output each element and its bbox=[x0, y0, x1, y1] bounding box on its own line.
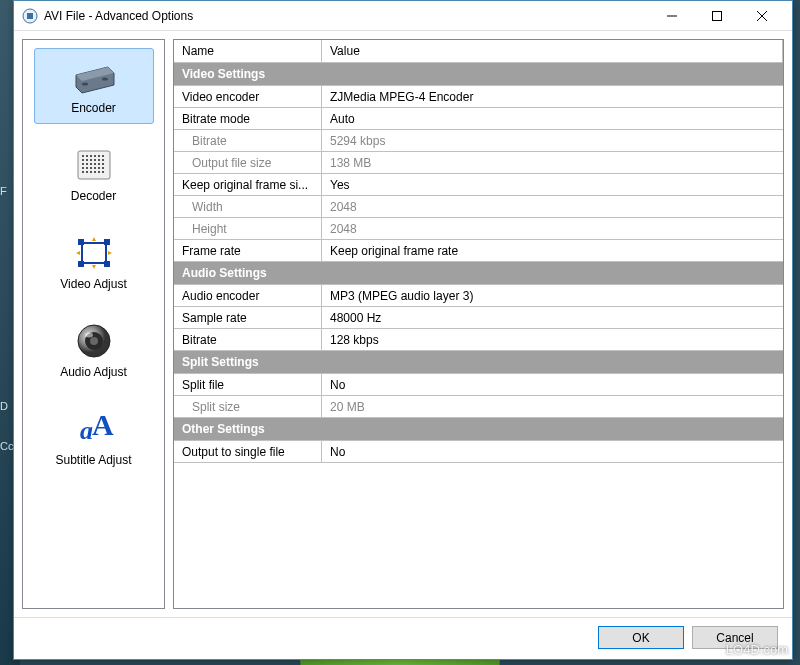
svg-rect-16 bbox=[86, 159, 88, 161]
svg-rect-3 bbox=[712, 11, 721, 20]
grid-row[interactable]: Bitrate128 kbps bbox=[174, 329, 783, 351]
sidebar-item-subtitle-adjust[interactable]: a A Subtitle Adjust bbox=[34, 400, 154, 476]
grid-category-label: Other Settings bbox=[174, 418, 273, 440]
grid-cell-value[interactable]: Yes bbox=[322, 174, 783, 195]
sidebar-label-encoder: Encoder bbox=[71, 101, 116, 115]
grid-row[interactable]: Split fileNo bbox=[174, 374, 783, 396]
svg-rect-22 bbox=[86, 163, 88, 165]
grid-header-value[interactable]: Value bbox=[322, 40, 783, 62]
grid-cell-value[interactable]: 128 kbps bbox=[322, 329, 783, 350]
sidebar-item-encoder[interactable]: Encoder bbox=[34, 48, 154, 124]
dialog-footer: OK Cancel bbox=[14, 617, 792, 659]
grid-category-label: Audio Settings bbox=[174, 262, 275, 284]
grid-row: Width2048 bbox=[174, 196, 783, 218]
grid-row: Output file size138 MB bbox=[174, 152, 783, 174]
grid-cell-name: Frame rate bbox=[174, 240, 322, 261]
close-button[interactable] bbox=[739, 2, 784, 30]
bg-text-cc: Cc bbox=[0, 440, 13, 452]
grid-row[interactable]: Frame rateKeep original frame rate bbox=[174, 240, 783, 262]
grid-header-name[interactable]: Name bbox=[174, 40, 322, 62]
sidebar-label-audio-adjust: Audio Adjust bbox=[60, 365, 127, 379]
decoder-icon bbox=[70, 145, 118, 185]
grid-row[interactable]: Audio encoderMP3 (MPEG audio layer 3) bbox=[174, 285, 783, 307]
bg-text-f: F bbox=[0, 185, 7, 197]
svg-rect-30 bbox=[94, 167, 96, 169]
grid-category: Video Settings bbox=[174, 63, 783, 86]
grid-cell-name: Height bbox=[174, 218, 322, 239]
grid-header: Name Value bbox=[174, 40, 783, 63]
grid-cell-name: Sample rate bbox=[174, 307, 322, 328]
grid-row[interactable]: Bitrate modeAuto bbox=[174, 108, 783, 130]
grid-cell-name: Keep original frame si... bbox=[174, 174, 322, 195]
audio-adjust-icon bbox=[70, 321, 118, 361]
subtitle-adjust-icon: a A bbox=[70, 409, 118, 449]
dialog-window: AVI File - Advanced Options bbox=[13, 0, 793, 660]
grid-cell-name: Bitrate mode bbox=[174, 108, 322, 129]
svg-text:A: A bbox=[92, 409, 114, 441]
encoder-icon bbox=[70, 57, 118, 97]
sidebar-label-decoder: Decoder bbox=[71, 189, 116, 203]
svg-rect-1 bbox=[27, 13, 33, 19]
svg-rect-13 bbox=[98, 155, 100, 157]
grid-cell-value[interactable]: No bbox=[322, 441, 783, 462]
grid-category-label: Video Settings bbox=[174, 63, 273, 85]
sidebar-label-video-adjust: Video Adjust bbox=[60, 277, 127, 291]
grid-cell-name: Output to single file bbox=[174, 441, 322, 462]
svg-rect-9 bbox=[82, 155, 84, 157]
svg-point-46 bbox=[90, 337, 98, 345]
grid-cell-value[interactable]: No bbox=[322, 374, 783, 395]
grid-cell-name: Bitrate bbox=[174, 130, 322, 151]
grid-row[interactable]: Keep original frame si...Yes bbox=[174, 174, 783, 196]
svg-rect-18 bbox=[94, 159, 96, 161]
grid-row[interactable]: Sample rate48000 Hz bbox=[174, 307, 783, 329]
grid-cell-value: 138 MB bbox=[322, 152, 783, 173]
svg-point-47 bbox=[85, 333, 93, 338]
titlebar-controls bbox=[649, 2, 784, 30]
sidebar-item-video-adjust[interactable]: Video Adjust bbox=[34, 224, 154, 300]
svg-rect-25 bbox=[98, 163, 100, 165]
titlebar: AVI File - Advanced Options bbox=[14, 1, 792, 31]
svg-rect-33 bbox=[82, 171, 84, 173]
svg-rect-27 bbox=[82, 167, 84, 169]
svg-rect-19 bbox=[98, 159, 100, 161]
grid-row[interactable]: Video encoderZJMedia MPEG-4 Encoder bbox=[174, 86, 783, 108]
grid-category: Other Settings bbox=[174, 418, 783, 441]
svg-point-7 bbox=[102, 78, 108, 81]
svg-rect-37 bbox=[98, 171, 100, 173]
grid-cell-name: Audio encoder bbox=[174, 285, 322, 306]
svg-rect-40 bbox=[78, 239, 84, 245]
grid-category-label: Split Settings bbox=[174, 351, 267, 373]
grid-cell-name: Split file bbox=[174, 374, 322, 395]
svg-rect-34 bbox=[86, 171, 88, 173]
svg-rect-32 bbox=[102, 167, 104, 169]
grid-cell-name: Split size bbox=[174, 396, 322, 417]
maximize-button[interactable] bbox=[694, 2, 739, 30]
svg-rect-38 bbox=[102, 171, 104, 173]
grid-cell-value: 2048 bbox=[322, 196, 783, 217]
svg-rect-28 bbox=[86, 167, 88, 169]
grid-row: Split size20 MB bbox=[174, 396, 783, 418]
svg-rect-20 bbox=[102, 159, 104, 161]
grid-cell-value[interactable]: ZJMedia MPEG-4 Encoder bbox=[322, 86, 783, 107]
grid-cell-value[interactable]: Keep original frame rate bbox=[322, 240, 783, 261]
minimize-button[interactable] bbox=[649, 2, 694, 30]
grid-category: Split Settings bbox=[174, 351, 783, 374]
content-area: Encoder Decoder bbox=[14, 31, 792, 617]
sidebar-item-decoder[interactable]: Decoder bbox=[34, 136, 154, 212]
svg-rect-10 bbox=[86, 155, 88, 157]
grid-cell-value[interactable]: 48000 Hz bbox=[322, 307, 783, 328]
grid-cell-name: Video encoder bbox=[174, 86, 322, 107]
grid-cell-value[interactable]: MP3 (MPEG audio layer 3) bbox=[322, 285, 783, 306]
svg-rect-14 bbox=[102, 155, 104, 157]
grid-row[interactable]: Output to single fileNo bbox=[174, 441, 783, 463]
svg-rect-12 bbox=[94, 155, 96, 157]
grid-cell-value: 20 MB bbox=[322, 396, 783, 417]
svg-rect-31 bbox=[98, 167, 100, 169]
ok-button[interactable]: OK bbox=[598, 626, 684, 649]
grid-row: Height2048 bbox=[174, 218, 783, 240]
svg-rect-23 bbox=[90, 163, 92, 165]
grid-cell-value[interactable]: Auto bbox=[322, 108, 783, 129]
sidebar-item-audio-adjust[interactable]: Audio Adjust bbox=[34, 312, 154, 388]
grid-category: Audio Settings bbox=[174, 262, 783, 285]
grid-row: Bitrate5294 kbps bbox=[174, 130, 783, 152]
